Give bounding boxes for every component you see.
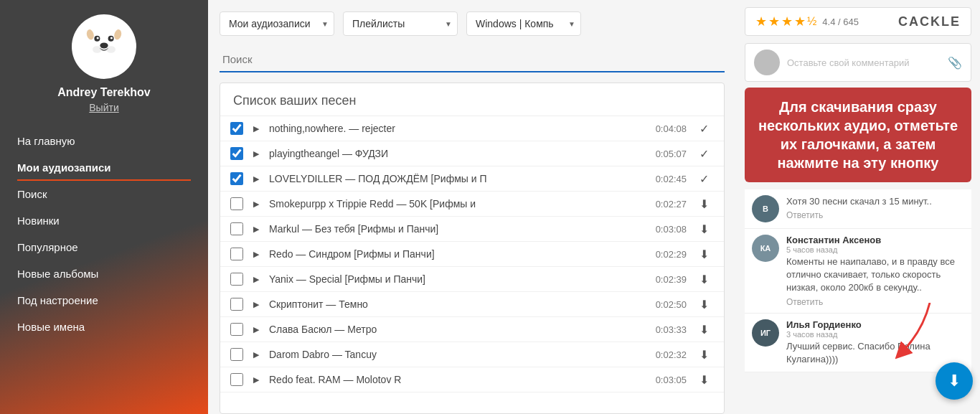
song-play-button-6[interactable]: ▶ bbox=[249, 272, 263, 286]
song-duration-7: 0:02:50 bbox=[654, 299, 687, 310]
device-select-wrapper: Windows | Компь bbox=[466, 11, 581, 36]
sidebar-item-home[interactable]: На главную bbox=[0, 128, 208, 154]
song-row-6: ▶Yanix — Special [Рифмы и Панчи]0:02:39⬇ bbox=[220, 267, 724, 292]
song-row-2: ▶LOVELYDILLER — ПОД ДОЖДЁМ [Рифмы и П0:0… bbox=[220, 166, 724, 192]
song-play-button-8[interactable]: ▶ bbox=[249, 322, 263, 337]
songs-section: Список ваших песен ▶nothing,nowhere. — r… bbox=[220, 83, 725, 414]
song-checkbox-7[interactable] bbox=[230, 298, 243, 311]
sidebar-item-new[interactable]: Новинки bbox=[0, 207, 208, 234]
song-checkmark-2: ✓ bbox=[699, 172, 709, 186]
float-download-button[interactable]: ⬇ bbox=[936, 362, 973, 400]
comment-input-row: Оставьте свой комментарий 📎 bbox=[745, 43, 971, 82]
playlists-select-wrapper: Плейлисты bbox=[343, 11, 458, 36]
comment-content-1: Константин Аксенов 5 часов назад Коменты… bbox=[786, 235, 964, 307]
my-audio-select[interactable]: Мои аудиозаписи bbox=[220, 11, 334, 36]
song-play-button-7[interactable]: ▶ bbox=[249, 297, 263, 311]
sidebar-item-albums[interactable]: Новые альбомы bbox=[0, 260, 208, 287]
comment-username-2: Илья Гордиенко bbox=[786, 319, 964, 330]
song-checkbox-4[interactable] bbox=[230, 222, 243, 235]
song-row-7: ▶Скриптонит — Темно0:02:50⬇ bbox=[220, 292, 724, 317]
comment-input-field[interactable]: Оставьте свой комментарий bbox=[787, 57, 942, 68]
sidebar-item-new-names[interactable]: Новые имена bbox=[0, 314, 208, 340]
rating-text: 4.4 / 645 bbox=[822, 17, 898, 27]
song-play-button-5[interactable]: ▶ bbox=[249, 247, 263, 261]
song-play-button-10[interactable]: ▶ bbox=[249, 372, 263, 387]
song-row-4: ▶Markul — Без тебя [Рифмы и Панчи]0:03:0… bbox=[220, 217, 724, 242]
song-checkbox-1[interactable] bbox=[230, 147, 243, 160]
song-checkbox-5[interactable] bbox=[230, 248, 243, 260]
sidebar-item-mood[interactable]: Под настроение bbox=[0, 287, 208, 314]
sidebar-item-search[interactable]: Поиск bbox=[0, 181, 208, 207]
search-input[interactable] bbox=[220, 47, 725, 72]
song-download-icon-9[interactable]: ⬇ bbox=[699, 348, 709, 362]
comment-reply-0[interactable]: Ответить bbox=[786, 210, 964, 220]
song-play-button-3[interactable]: ▶ bbox=[249, 197, 263, 211]
song-download-icon-5[interactable]: ⬇ bbox=[699, 248, 709, 261]
song-title-0: nothing,nowhere. — rejecter bbox=[269, 123, 647, 134]
song-play-button-9[interactable]: ▶ bbox=[249, 347, 263, 362]
song-download-icon-3[interactable]: ⬇ bbox=[699, 197, 709, 211]
comment-avatar-0: B bbox=[752, 195, 779, 222]
song-play-button-2[interactable]: ▶ bbox=[249, 171, 263, 186]
svg-point-8 bbox=[97, 37, 99, 39]
song-title-4: Markul — Без тебя [Рифмы и Панчи] bbox=[269, 223, 647, 235]
device-select[interactable]: Windows | Компь bbox=[466, 11, 581, 36]
song-title-2: LOVELYDILLER — ПОД ДОЖДЁМ [Рифмы и П bbox=[269, 173, 647, 184]
song-checkbox-3[interactable] bbox=[230, 197, 243, 210]
svg-point-9 bbox=[110, 37, 113, 39]
svg-point-10 bbox=[100, 42, 108, 48]
song-play-button-1[interactable]: ▶ bbox=[249, 146, 263, 161]
song-row-8: ▶Слава Басюл — Метро0:03:33⬇ bbox=[220, 317, 724, 342]
song-download-icon-10[interactable]: ⬇ bbox=[699, 373, 709, 387]
sidebar-item-my-audio[interactable]: Мои аудиозаписи bbox=[0, 154, 208, 181]
song-title-10: Redo feat. RAM — Molotov R bbox=[269, 374, 647, 385]
song-title-6: Yanix — Special [Рифмы и Панчи] bbox=[269, 273, 647, 285]
comment-reply-1[interactable]: Ответить bbox=[786, 297, 964, 307]
song-checkbox-8[interactable] bbox=[230, 323, 243, 336]
comment-text-1: Коменты не наипалаво, и в правду все отл… bbox=[786, 255, 964, 295]
song-row-0: ▶nothing,nowhere. — rejecter0:04:08✓ bbox=[220, 116, 724, 141]
comment-text-2: Лучший сервис. Спасибо Полина Кулагина))… bbox=[786, 340, 964, 366]
cackle-brand: CACKLE bbox=[898, 14, 961, 29]
tooltip-overlay: Для скачивания сразу нескольких аудио, о… bbox=[745, 88, 971, 182]
song-duration-9: 0:02:32 bbox=[654, 349, 687, 360]
playlists-select[interactable]: Плейлисты bbox=[343, 11, 458, 36]
song-checkmark-0: ✓ bbox=[699, 122, 709, 136]
song-checkmark-1: ✓ bbox=[699, 147, 709, 161]
comment-avatar-1: КА bbox=[752, 235, 779, 262]
song-duration-2: 0:02:45 bbox=[654, 174, 687, 184]
song-row-3: ▶Smokepurpp x Trippie Redd — 50K [Рифмы … bbox=[220, 192, 724, 217]
song-duration-5: 0:02:29 bbox=[654, 249, 687, 260]
song-checkbox-2[interactable] bbox=[230, 172, 243, 185]
song-row-5: ▶Redo — Синдром [Рифмы и Панчи]0:02:29⬇ bbox=[220, 242, 724, 267]
song-checkbox-6[interactable] bbox=[230, 273, 243, 286]
song-duration-1: 0:05:07 bbox=[654, 149, 687, 159]
comment-content-2: Илья Гордиенко 3 часов назад Лучший серв… bbox=[786, 319, 964, 366]
song-title-7: Скриптонит — Темно bbox=[269, 298, 647, 310]
comment-time-1: 5 часов назад bbox=[786, 245, 964, 254]
song-checkbox-0[interactable] bbox=[230, 122, 243, 135]
songs-section-title: Список ваших песен bbox=[220, 83, 724, 116]
arrow-annotation bbox=[880, 303, 937, 367]
comment-text-0: Хотя 30 песни скачал з 15 минут.. bbox=[786, 195, 964, 208]
song-duration-10: 0:03:05 bbox=[654, 375, 687, 385]
sidebar-navigation: На главную Мои аудиозаписи Поиск Новинки… bbox=[0, 128, 208, 340]
logout-button[interactable]: Выйти bbox=[89, 102, 118, 113]
song-checkbox-9[interactable] bbox=[230, 348, 243, 361]
comment-item-2: ИГ Илья Гордиенко 3 часов назад Лучший с… bbox=[745, 314, 971, 372]
svg-point-11 bbox=[93, 46, 102, 53]
comment-time-2: 3 часов назад bbox=[786, 330, 964, 339]
sidebar: Andrey Terekhov Выйти На главную Мои ауд… bbox=[0, 0, 208, 414]
attach-icon[interactable]: 📎 bbox=[948, 56, 962, 70]
song-download-icon-4[interactable]: ⬇ bbox=[699, 222, 709, 236]
song-download-icon-6[interactable]: ⬇ bbox=[699, 273, 709, 286]
song-play-button-0[interactable]: ▶ bbox=[249, 121, 263, 136]
song-play-button-4[interactable]: ▶ bbox=[249, 222, 263, 236]
comment-item-0: B Хотя 30 песни скачал з 15 минут.. Отве… bbox=[745, 189, 971, 229]
song-checkbox-10[interactable] bbox=[230, 373, 243, 386]
svg-point-12 bbox=[106, 46, 116, 53]
song-download-icon-8[interactable]: ⬇ bbox=[699, 323, 709, 337]
song-duration-3: 0:02:27 bbox=[654, 199, 687, 210]
sidebar-item-popular[interactable]: Популярное bbox=[0, 234, 208, 260]
song-download-icon-7[interactable]: ⬇ bbox=[699, 298, 709, 311]
